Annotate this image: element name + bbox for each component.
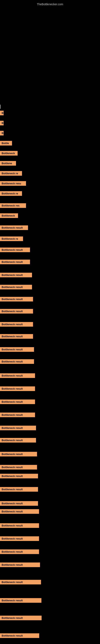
bottleneck-result-item: Bottleneck resu (0, 181, 26, 186)
bottleneck-result-item: Bottle (0, 141, 12, 146)
bottleneck-result-item: Bottleneck result (0, 273, 32, 277)
bottleneck-result-item: Bottleneck result (0, 359, 34, 364)
bottleneck-result-item: Bottleneck result (0, 580, 41, 584)
bottleneck-result-item: Bottleneck result (0, 501, 38, 506)
bottleneck-result-item: B (0, 111, 3, 115)
bottleneck-result-item: Bottleneck result (0, 226, 28, 230)
bottleneck-result-item: Bottleneck result (0, 523, 39, 528)
bottleneck-result-item: Bottleneck result (0, 400, 35, 404)
bottleneck-result-item: Bottleneck result (0, 373, 35, 378)
bottleneck-result-item: Bottleneck (0, 151, 18, 156)
bottleneck-result-item: Bottleneck result (0, 633, 39, 638)
bottleneck-result-item: Bottleneck re (0, 171, 22, 176)
bottleneck-result-item: Bottleneck result (0, 616, 42, 620)
bottleneck-result-item: Bottleneck result (0, 465, 37, 470)
bottleneck-result-item: Bottleneck re (0, 191, 22, 196)
site-title: TheBottlenecker.com (0, 1, 100, 8)
bottleneck-result-item: Bottleneck result (0, 438, 36, 442)
bottleneck-result-item: Bottleneck result (0, 474, 38, 478)
cursor-indicator (0, 105, 0, 109)
bottleneck-result-item: Bottleneck result (0, 509, 39, 514)
bottleneck-result-item: Bottlene (0, 161, 16, 166)
bottleneck-result-item: B (0, 121, 3, 126)
bottleneck-result-item: Bottleneck result (0, 347, 34, 352)
bottleneck-result-item: B (0, 131, 3, 136)
bottleneck-result-item: Bottleneck result (0, 285, 32, 290)
bottleneck-result-item: Bottleneck result (0, 309, 33, 314)
bottleneck-result-item: Bottleneck result (0, 426, 36, 430)
bottleneck-result-item: Bottleneck result (0, 562, 40, 567)
bottleneck-result-item: Bottleneck result (0, 487, 38, 492)
bottleneck-result-item: Bottleneck result (0, 334, 33, 339)
bottleneck-result-item: Bottleneck result (0, 297, 33, 302)
bottleneck-result-item: Bottleneck result (0, 412, 35, 417)
bottleneck-result-item: Bottleneck result (0, 260, 30, 264)
bottleneck-result-item: Bottleneck result (0, 598, 41, 603)
bottleneck-result-item: Bottleneck result (0, 452, 37, 456)
bottleneck-result-item: Bottleneck (0, 213, 18, 218)
bottleneck-result-item: Bottleneck result (0, 248, 30, 252)
bottleneck-result-item: Bottleneck re (0, 236, 23, 241)
bottleneck-result-item: Bottleneck res (0, 203, 26, 208)
bottleneck-result-item: Bottleneck result (0, 536, 39, 541)
bottleneck-result-item: Bottleneck result (0, 322, 33, 327)
bottleneck-result-item: Bottleneck result (0, 386, 35, 391)
bottleneck-result-item: Bottleneck result (0, 550, 39, 554)
